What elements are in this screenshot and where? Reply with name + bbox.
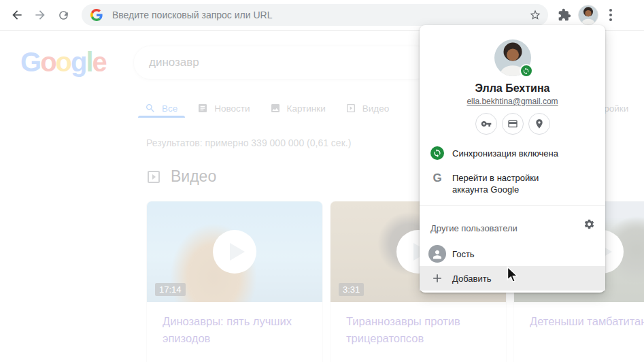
profile-menu-items: Синхронизация включена G Перейти в настр…	[420, 146, 605, 195]
guest-label: Гость	[452, 248, 475, 260]
gear-icon[interactable]	[583, 218, 595, 230]
passwords-button[interactable]	[475, 113, 497, 135]
toolbar-right-group	[558, 5, 616, 25]
profile-avatar	[579, 5, 598, 24]
url-input[interactable]	[111, 9, 529, 21]
refresh-button[interactable]	[52, 3, 75, 27]
forward-button[interactable]	[29, 3, 52, 27]
add-user-label: Добавить	[452, 273, 491, 284]
plus-icon	[428, 272, 446, 285]
back-button[interactable]	[5, 3, 29, 27]
profile-menu-avatar	[494, 39, 531, 76]
location-pin-icon	[534, 118, 545, 129]
menu-dots-icon[interactable]	[605, 5, 616, 25]
google-g-letter-icon: G	[428, 172, 446, 184]
toolbar-profile-avatar[interactable]	[578, 5, 598, 25]
card-icon	[507, 118, 518, 129]
cursor-pointer	[507, 266, 520, 284]
addresses-button[interactable]	[528, 113, 550, 135]
back-icon	[10, 8, 24, 22]
sync-badge-icon	[520, 64, 533, 78]
sync-status-label: Синхронизация включена	[452, 148, 558, 159]
profile-shortcuts	[420, 113, 605, 135]
bookmark-star-icon[interactable]	[529, 9, 541, 21]
extensions-puzzle-icon[interactable]	[558, 8, 571, 22]
guest-icon	[428, 245, 446, 263]
profile-menu-popup: Элла Бехтина ella.bekhtina@gmail.com Син…	[420, 25, 605, 293]
other-users-section-header: Другие пользователи	[420, 205, 605, 234]
address-bar[interactable]	[82, 4, 548, 26]
key-icon	[481, 118, 492, 129]
google-settings-label: Перейти в настройки аккаунта Google	[452, 172, 561, 195]
google-g-icon	[90, 9, 103, 21]
profile-email-link[interactable]: ella.bekhtina@gmail.com	[420, 97, 605, 106]
sync-status-item[interactable]: Синхронизация включена	[420, 146, 605, 160]
forward-icon	[33, 8, 47, 22]
sync-icon	[428, 146, 446, 160]
refresh-icon	[57, 9, 70, 22]
other-users-label: Другие пользователи	[430, 223, 518, 233]
guest-item[interactable]: Гость	[420, 244, 605, 264]
google-account-settings-item[interactable]: G Перейти в настройки аккаунта Google	[420, 172, 605, 195]
profile-name: Элла Бехтина	[420, 82, 605, 95]
payment-methods-button[interactable]	[502, 113, 524, 135]
